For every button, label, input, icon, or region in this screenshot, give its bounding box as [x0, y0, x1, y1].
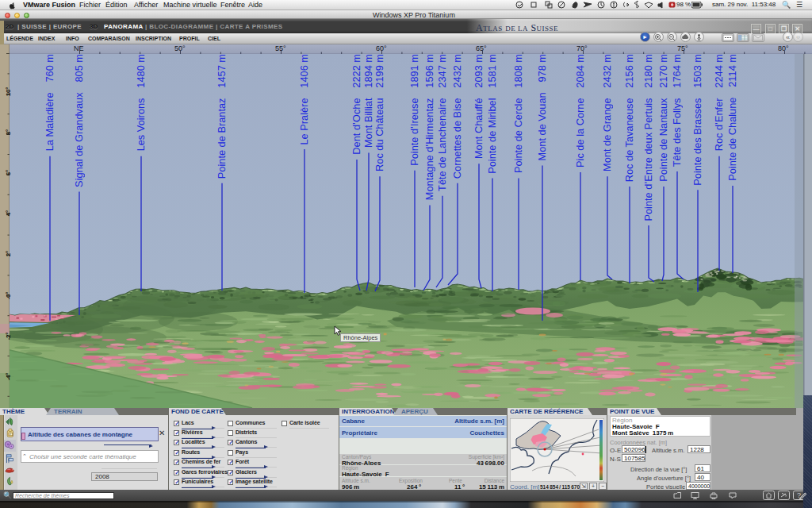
svg-text:2: 2 — [10, 433, 11, 436]
